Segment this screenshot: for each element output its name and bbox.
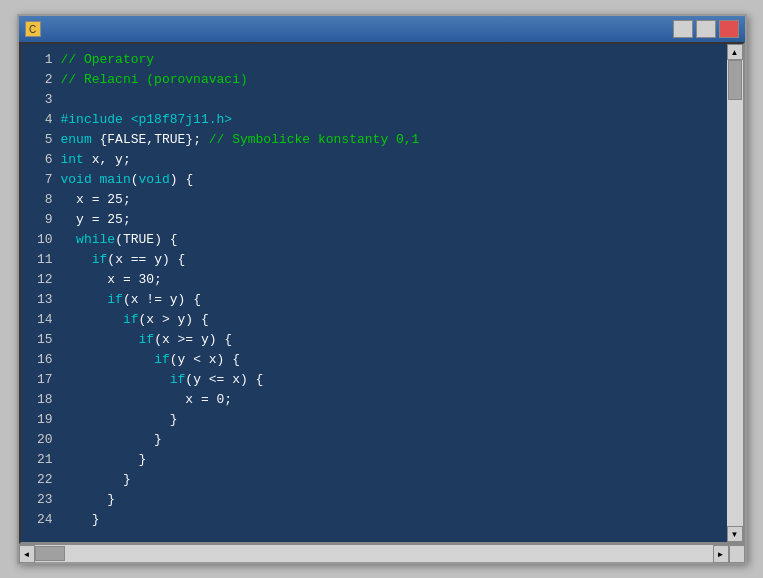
code-line: enum {FALSE,TRUE}; // Symbolicke konstan…: [61, 130, 723, 150]
plain-token: (x != y) {: [123, 290, 201, 310]
keyword-token: main: [100, 170, 131, 190]
code-line: y = 25;: [61, 210, 723, 230]
minimize-button[interactable]: [673, 20, 693, 38]
line-number: 17: [25, 370, 53, 390]
line-number: 22: [25, 470, 53, 490]
line-number: 6: [25, 150, 53, 170]
line-number: 5: [25, 130, 53, 150]
line-number: 10: [25, 230, 53, 250]
scroll-track-vertical[interactable]: [727, 60, 743, 526]
code-line: x = 0;: [61, 390, 723, 410]
plain-token: (x > y) {: [139, 310, 209, 330]
code-line: }: [61, 430, 723, 450]
code-line: [61, 90, 723, 110]
code-line: while(TRUE) {: [61, 230, 723, 250]
code-line: }: [61, 450, 723, 470]
scroll-thumb-vertical[interactable]: [728, 60, 742, 100]
type-token: void: [61, 170, 92, 190]
code-line: }: [61, 410, 723, 430]
vertical-scrollbar[interactable]: ▲ ▼: [727, 44, 743, 542]
maximize-button[interactable]: [696, 20, 716, 38]
code-line: x = 30;: [61, 270, 723, 290]
line-number: 4: [25, 110, 53, 130]
plain-token: }: [61, 490, 116, 510]
keyword-token: if: [107, 290, 123, 310]
plain-token: [92, 170, 100, 190]
code-line: void main(void) {: [61, 170, 723, 190]
plain-token: }: [61, 410, 178, 430]
keyword-token: if: [154, 350, 170, 370]
code-line: // Operatory: [61, 50, 723, 70]
scrollbar-corner: [729, 545, 745, 563]
line-number: 9: [25, 210, 53, 230]
line-number: 12: [25, 270, 53, 290]
title-bar-left: C: [25, 21, 47, 37]
keyword-token: while: [76, 230, 115, 250]
line-number: 13: [25, 290, 53, 310]
main-window: C 12345678910111213141516171819202122232…: [17, 14, 747, 564]
line-number: 11: [25, 250, 53, 270]
title-buttons: [673, 20, 739, 38]
line-number: 2: [25, 70, 53, 90]
code-line: }: [61, 510, 723, 530]
keyword-token: if: [123, 310, 139, 330]
plain-token: (TRUE) {: [115, 230, 177, 250]
code-lines[interactable]: // Operatory// Relacni (porovnavaci) #in…: [57, 44, 727, 542]
comment-token: // Operatory: [61, 50, 155, 70]
plain-token: (x == y) {: [107, 250, 185, 270]
plain-token: x, y;: [84, 150, 131, 170]
line-number: 18: [25, 390, 53, 410]
line-number: 1: [25, 50, 53, 70]
type-token: void: [139, 170, 170, 190]
scroll-right-button[interactable]: ►: [713, 545, 729, 563]
plain-token: (y <= x) {: [185, 370, 263, 390]
bottom-scrollbar-area: ◄ ►: [19, 544, 745, 562]
code-line: int x, y;: [61, 150, 723, 170]
line-numbers: 123456789101112131415161718192021222324: [21, 44, 57, 542]
plain-token: (y < x) {: [170, 350, 240, 370]
comment-token: // Symbolicke konstanty 0,1: [209, 130, 420, 150]
line-number: 23: [25, 490, 53, 510]
plain-token: ) {: [170, 170, 193, 190]
code-line: if(x != y) {: [61, 290, 723, 310]
line-number: 19: [25, 410, 53, 430]
line-number: 24: [25, 510, 53, 530]
type-token: int: [61, 150, 84, 170]
line-number: 21: [25, 450, 53, 470]
plain-token: }: [61, 510, 100, 530]
code-line: if(x >= y) {: [61, 330, 723, 350]
keyword-token: if: [170, 370, 186, 390]
keyword-token: enum: [61, 130, 92, 150]
keyword-token: if: [139, 330, 155, 350]
code-line: if(y <= x) {: [61, 370, 723, 390]
directive-token: #include <p18f87j11.h>: [61, 110, 233, 130]
file-icon: C: [25, 21, 41, 37]
comment-token: // Relacni (porovnavaci): [61, 70, 248, 90]
code-line: x = 25;: [61, 190, 723, 210]
plain-token: x = 30;: [61, 270, 162, 290]
scroll-up-button[interactable]: ▲: [727, 44, 743, 60]
plain-token: }: [61, 430, 162, 450]
plain-token: [61, 330, 139, 350]
line-number: 8: [25, 190, 53, 210]
plain-token: }: [61, 450, 147, 470]
close-button[interactable]: [719, 20, 739, 38]
plain-token: [61, 370, 170, 390]
title-bar: C: [19, 16, 745, 42]
content-area: 123456789101112131415161718192021222324 …: [19, 42, 745, 544]
plain-token: [61, 310, 123, 330]
scroll-thumb-horizontal[interactable]: [35, 546, 65, 561]
plain-token: }: [61, 470, 131, 490]
code-line: }: [61, 470, 723, 490]
plain-token: x = 0;: [61, 390, 233, 410]
scroll-left-button[interactable]: ◄: [19, 545, 35, 563]
code-container: 123456789101112131415161718192021222324 …: [21, 44, 743, 542]
scroll-track-horizontal[interactable]: [35, 545, 713, 562]
plain-token: (x >= y) {: [154, 330, 232, 350]
plain-token: [61, 230, 77, 250]
line-number: 3: [25, 90, 53, 110]
keyword-token: if: [92, 250, 108, 270]
plain-token: [61, 250, 92, 270]
plain-token: x = 25;: [61, 190, 131, 210]
scroll-down-button[interactable]: ▼: [727, 526, 743, 542]
